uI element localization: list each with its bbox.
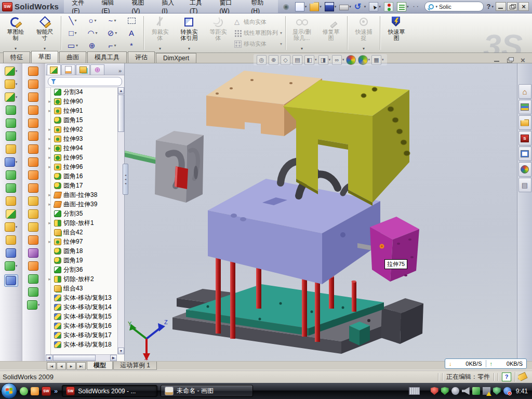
dome-icon[interactable] [28, 274, 39, 284]
dimxpertmanager-tab-icon[interactable] [90, 64, 104, 75]
swept-surface-icon[interactable] [28, 66, 39, 76]
quick-launch-chevron[interactable]: » [54, 387, 58, 395]
expand-arrow-icon[interactable]: ▸ [47, 155, 52, 160]
dropdown-arrow-icon[interactable]: ▾ [320, 5, 322, 9]
tree-item[interactable]: ▸ 拉伸92 [46, 125, 117, 134]
stoplight-icon[interactable] [383, 2, 395, 12]
menu-item[interactable]: 视图(V) [126, 0, 156, 13]
circle-icon[interactable]: ○ ▾ [83, 15, 102, 27]
extruded-boss-icon[interactable]: ▾ [5, 79, 18, 89]
tree-item[interactable]: 实体-移动/复制18 [46, 340, 117, 349]
print-icon[interactable]: ▾ [338, 2, 352, 11]
command-tab[interactable]: DimXpert [156, 53, 196, 63]
toolbox-tab[interactable]: S [518, 131, 531, 145]
expand-arrow-icon[interactable]: ▸ [47, 239, 52, 244]
slot-icon[interactable]: ▭ ▾ [63, 39, 83, 52]
start-button[interactable] [1, 383, 17, 399]
extruded-surface-icon[interactable] [28, 92, 39, 102]
ribbon-small-button[interactable]: 镜向实体 [233, 17, 284, 28]
boundary-surface-icon[interactable] [28, 118, 39, 128]
menu-item[interactable]: 窗口(W) [214, 0, 245, 13]
tree-item[interactable]: 圆角19 [46, 256, 117, 265]
tree-item[interactable]: ▸ 拉伸93 [46, 134, 117, 143]
select-icon[interactable]: ▾ [368, 2, 382, 12]
planar-surface-icon[interactable] [28, 144, 39, 154]
tree-item[interactable]: 圆角15 [46, 115, 117, 125]
ribbon-button[interactable]: 转换实体引用 ▾ [175, 14, 204, 52]
expand-arrow-icon[interactable]: ▸ [47, 276, 52, 282]
scroll-thumb[interactable] [53, 355, 96, 361]
expand-arrow-icon[interactable]: ▸ [47, 108, 52, 113]
ruled-surface-icon[interactable] [28, 261, 39, 271]
tree-item[interactable]: ▸ 拉伸90 [46, 97, 117, 106]
tree-item[interactable]: ▸ 拉伸91 [46, 106, 117, 115]
reference-geometry-icon[interactable]: ▾ [5, 222, 18, 232]
update-badge-icon[interactable] [451, 387, 459, 395]
file-explorer-tab[interactable] [518, 115, 531, 130]
command-tab[interactable]: 模具工具 [87, 51, 127, 63]
panel-expand-chevron[interactable]: » [118, 68, 124, 75]
volume-icon[interactable] [462, 387, 470, 395]
surface-curve-icon[interactable]: ▾ [27, 300, 40, 310]
tree-horizontal-scrollbar[interactable]: ◀ ▶ [46, 354, 117, 361]
tree-item[interactable]: ▸ 切除-放样1 [46, 218, 117, 228]
scroll-right-icon[interactable]: ▶ [110, 355, 117, 361]
extend-surface-icon[interactable] [28, 235, 39, 245]
rectangle-icon[interactable]: □ ▾ [63, 27, 83, 39]
axis-icon[interactable] [6, 248, 17, 258]
ribbon-button[interactable]: 显示/删除几... ▾ [287, 14, 316, 52]
graphics-viewport[interactable]: Y Z X 拉伸75 [125, 63, 517, 361]
tree-item[interactable]: ▸ 曲面-拉伸39 [46, 200, 117, 209]
untrim-surface-icon[interactable] [28, 248, 39, 258]
tree-item[interactable]: 分割34 [46, 87, 117, 97]
doc-close-button[interactable] [517, 56, 528, 64]
view-orientation-icon[interactable]: ◧ ▾ [304, 55, 317, 65]
tree-item[interactable]: 组合43 [46, 284, 117, 293]
save-icon[interactable]: ▾ [324, 2, 338, 12]
tree-item[interactable]: ▸ 曲面-拉伸38 [46, 190, 117, 200]
solidworks-resources-tab[interactable] [518, 84, 531, 99]
spline-icon[interactable]: ~ ▾ [102, 15, 122, 27]
tree-item[interactable]: 分割36 [46, 265, 117, 274]
close-button[interactable] [518, 2, 529, 11]
hide-show-items-icon[interactable]: ∞ ▾ [332, 55, 344, 65]
expand-arrow-icon[interactable]: ▸ [47, 220, 52, 225]
taskbar-task-button[interactable]: 未命名 - 画图 [161, 385, 253, 397]
undo-icon[interactable]: ▾ [353, 2, 367, 12]
select-entities-icon[interactable] [122, 15, 142, 27]
model-tab[interactable]: 模型 [87, 362, 113, 370]
scroll-thumb[interactable] [118, 95, 124, 132]
appearances-tab[interactable] [518, 162, 531, 177]
more-tools-icon[interactable] [410, 2, 422, 12]
options-icon[interactable]: ▾ [396, 2, 410, 12]
split-icon[interactable] [6, 183, 17, 193]
ribbon-button[interactable]: 智能尺寸 ▾ [30, 14, 59, 52]
delete-face-icon[interactable] [28, 196, 39, 206]
zoom-fit-icon[interactable]: ◎ [257, 55, 267, 65]
dropdown-arrow-icon[interactable]: ▾ [335, 5, 337, 9]
scroll-up-icon[interactable]: ▲ [118, 87, 124, 94]
arc-icon[interactable]: ◠ ▾ [83, 27, 102, 39]
next-tab-button[interactable]: ▶ [66, 362, 76, 370]
replace-face-icon[interactable] [28, 209, 39, 219]
quick-tips-icon[interactable]: ? [502, 373, 511, 381]
tree-item[interactable]: 圆角18 [46, 246, 117, 256]
tree-item[interactable]: 实体-移动/复制17 [46, 330, 117, 340]
swept-boss-icon[interactable] [6, 105, 17, 115]
command-tab[interactable]: 曲面 [59, 51, 86, 63]
tree-item[interactable]: 实体-移动/复制13 [46, 293, 117, 302]
polygon-icon[interactable]: ⊕ [83, 39, 102, 52]
tree-item[interactable]: ▸ 拉伸95 [46, 153, 117, 162]
expand-arrow-icon[interactable]: ▸ [47, 164, 52, 169]
expand-arrow-icon[interactable]: ▸ [47, 99, 52, 104]
search-box[interactable]: ▾ Solic [424, 2, 483, 11]
filter-input[interactable] [48, 77, 122, 86]
menu-item[interactable]: 编辑(E) [96, 0, 126, 13]
combine-icon[interactable] [6, 196, 17, 206]
tree-item[interactable]: ▸ 拉伸97 [46, 237, 117, 246]
tree-item[interactable]: ▸ 拉伸96 [46, 162, 117, 171]
menu-item[interactable]: 帮助(H) [245, 0, 276, 13]
thicken-icon[interactable] [28, 183, 39, 193]
minimize-button[interactable] [496, 2, 506, 11]
ribbon-button[interactable]: 快速草图 [382, 14, 411, 52]
